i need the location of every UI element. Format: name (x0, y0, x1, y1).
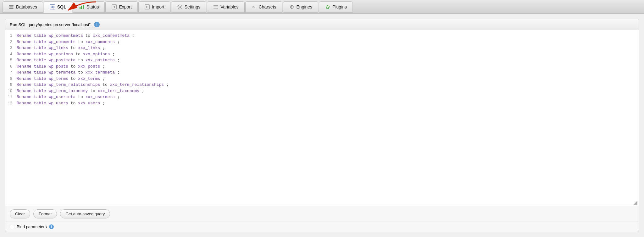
line-number: 2 (5, 39, 17, 45)
semicolon: ; (112, 52, 115, 57)
line-content: Rename table wp_postmeta to xxx_postmeta… (17, 57, 639, 63)
keyword: Rename table (17, 82, 46, 87)
line-content: Rename table wp_usermeta to xxx_usermeta… (17, 94, 639, 100)
tab-charsets[interactable]: A a Charsets (245, 1, 282, 13)
semicolon: ; (142, 89, 144, 93)
semicolon: ; (166, 82, 169, 87)
tab-settings[interactable]: Settings (171, 1, 207, 13)
svg-text:SQL: SQL (51, 6, 55, 9)
table-name: wp_term_relationships (48, 82, 100, 87)
keyword: Rename table (17, 76, 46, 81)
clear-button[interactable]: Clear (10, 209, 30, 218)
table-name: wp_postmeta (48, 58, 75, 63)
keyword: Rename table (17, 52, 46, 57)
status-icon (79, 4, 85, 10)
tab-sql[interactable]: SQL SQL (44, 1, 72, 13)
semicolon: ; (103, 46, 105, 50)
get-auto-saved-button[interactable]: Get auto-saved query (60, 209, 110, 218)
svg-rect-3 (9, 8, 14, 9)
table-row: 10 Rename table wp_term_taxonomy to xxx_… (5, 88, 639, 94)
sql-icon: SQL (50, 4, 55, 10)
table-name: wp_terms (48, 76, 68, 81)
table-name: wp_users (48, 101, 68, 106)
keyword: Rename table (17, 70, 46, 75)
keyword: Rename table (17, 95, 46, 99)
svg-point-15 (291, 6, 292, 8)
main-content: Run SQL query/queries on server “localho… (0, 14, 644, 237)
bind-parameters-info-icon[interactable]: i (49, 224, 54, 229)
line-number: 1 (5, 33, 17, 39)
tab-engines[interactable]: Engines (283, 1, 319, 13)
import-icon (144, 4, 150, 10)
format-button[interactable]: Format (33, 209, 57, 218)
tab-variables[interactable]: Variables (207, 1, 244, 13)
tab-variables-label: Variables (220, 4, 238, 9)
tab-sql-label: SQL (57, 4, 66, 9)
new-table-name: xxx_posts (78, 64, 100, 69)
tab-export-label: Export (119, 4, 131, 9)
bind-parameters-checkbox[interactable] (10, 225, 14, 229)
panel-header-text: Run SQL query/queries on server “localho… (10, 22, 92, 27)
keyword: Rename table (17, 40, 46, 44)
tab-settings-label: Settings (185, 4, 201, 9)
to-keyword: to (103, 82, 108, 87)
resize-handle[interactable] (634, 201, 637, 205)
new-table-name: xxx_comments (86, 40, 115, 44)
line-number: 3 (5, 45, 17, 51)
table-name: wp_links (48, 46, 68, 50)
info-icon[interactable]: i (94, 22, 100, 27)
to-keyword: to (78, 40, 83, 44)
svg-rect-2 (9, 6, 14, 7)
keyword: Rename table (17, 46, 46, 50)
line-number: 5 (5, 58, 17, 63)
table-name: wp_usermeta (48, 95, 75, 99)
bind-parameters-label: Bind parameters (17, 224, 47, 229)
line-content: Rename table wp_posts to xxx_posts ; (17, 63, 639, 70)
table-row: 8 Rename table wp_terms to xxx_terms ; (5, 76, 639, 82)
keyword: Rename table (17, 64, 46, 69)
line-content: Rename table wp_users to xxx_users ; (17, 100, 639, 107)
table-row: 4 Rename table wp_options to xxx_options… (5, 51, 639, 58)
tab-export[interactable]: Export (105, 1, 137, 13)
charsets-icon: A a (251, 4, 257, 10)
to-keyword: to (75, 52, 80, 57)
export-icon (111, 4, 117, 10)
table-row: 2 Rename table wp_comments to xxx_commen… (5, 39, 639, 45)
new-table-name: xxx_usermeta (86, 95, 115, 99)
table-row: 1 Rename table wp_commentmeta to xxx_com… (5, 33, 639, 39)
line-number: 8 (5, 76, 17, 82)
bind-parameters-row: Bind parameters i (5, 222, 639, 232)
new-table-name: xxx_links (78, 46, 100, 50)
svg-rect-1 (9, 5, 14, 6)
table-name: wp_comments (48, 40, 75, 44)
line-content: Rename table wp_comments to xxx_comments… (17, 39, 639, 45)
line-content: Rename table wp_term_taxonomy to xxx_ter… (17, 88, 639, 94)
to-keyword: to (71, 101, 76, 106)
svg-text:a: a (254, 5, 256, 9)
line-number: 6 (5, 64, 17, 69)
button-row: Clear Format Get auto-saved query (5, 206, 639, 222)
new-table-name: xxx_term_relationships (110, 82, 164, 87)
table-name: wp_term_taxonomy (48, 89, 88, 93)
line-content: Rename table wp_terms to xxx_terms ; (17, 76, 639, 82)
tab-import[interactable]: Import (138, 1, 170, 13)
new-table-name: xxx_term_taxonomy (98, 89, 140, 93)
table-name: wp_posts (48, 64, 68, 69)
tab-databases[interactable]: Databases (3, 1, 43, 13)
keyword: Rename table (17, 33, 46, 38)
tab-databases-label: Databases (16, 4, 37, 9)
line-number: 4 (5, 52, 17, 57)
to-keyword: to (90, 89, 95, 93)
new-table-name: xxx_users (78, 101, 100, 106)
new-table-name: xxx_commentmeta (93, 33, 130, 38)
to-keyword: to (71, 64, 76, 69)
tab-engines-label: Engines (297, 4, 313, 9)
semicolon: ; (132, 33, 135, 38)
tab-plugins[interactable]: Plugins (319, 1, 353, 13)
table-row: 9 Rename table wp_term_relationships to … (5, 82, 639, 88)
svg-rect-6 (80, 7, 80, 9)
tab-status[interactable]: Status (73, 1, 105, 13)
to-keyword: to (71, 46, 76, 50)
table-name: wp_options (48, 52, 73, 57)
code-editor[interactable]: 1 Rename table wp_commentmeta to xxx_com… (5, 30, 639, 206)
